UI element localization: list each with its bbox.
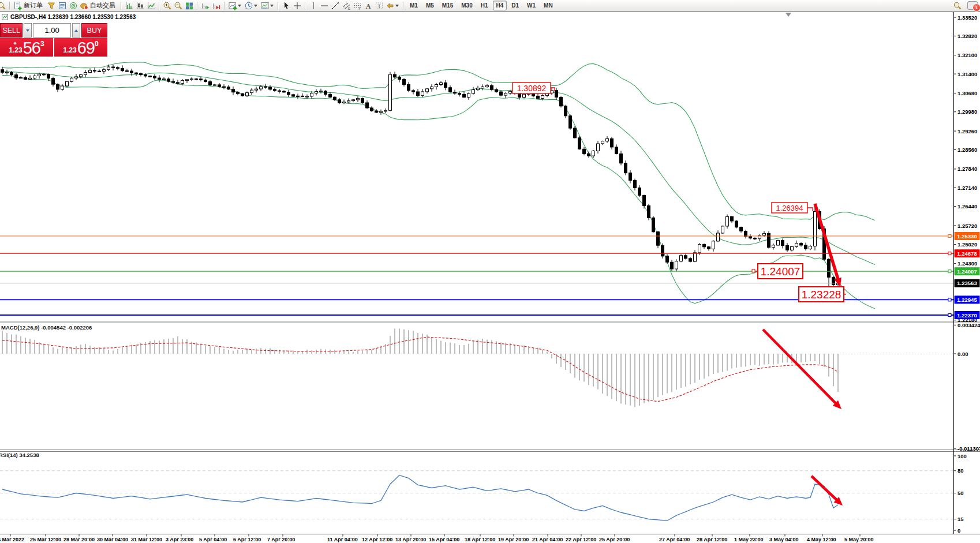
- vertical-line-tool-icon[interactable]: [308, 1, 319, 10]
- toolbar-right-icons: 1: [952, 1, 978, 10]
- svg-text:1.29260: 1.29260: [957, 128, 977, 134]
- svg-text:7 Apr 20:00: 7 Apr 20:00: [267, 537, 295, 542]
- timeframe-button-mn[interactable]: MN: [540, 1, 556, 10]
- trendline-tool-icon[interactable]: [330, 1, 341, 10]
- svg-text:1 May 23:00: 1 May 23:00: [734, 537, 764, 542]
- text-tool-icon[interactable]: A: [362, 1, 373, 10]
- toolbar-separator: [305, 2, 305, 10]
- toolbar-separator: [159, 2, 159, 10]
- svg-text:1.27140: 1.27140: [957, 185, 977, 191]
- toolbar-separator: [197, 2, 197, 10]
- svg-text:1.29980: 1.29980: [957, 108, 977, 115]
- svg-text:13 Apr 20:00: 13 Apr 20:00: [395, 537, 426, 542]
- chart-shift-icon[interactable]: [211, 1, 222, 10]
- svg-text:24 Mar 2022: 24 Mar 2022: [0, 537, 24, 542]
- buy-button[interactable]: BUY: [81, 23, 107, 38]
- svg-text:80: 80: [957, 467, 964, 474]
- price-axis[interactable]: 1.335201.328201.321001.314001.306801.299…: [953, 14, 980, 534]
- timeframe-button-m5[interactable]: M5: [422, 1, 437, 10]
- rsi-panel: [2, 475, 838, 521]
- svg-text:0.003424: 0.003424: [957, 322, 980, 328]
- funnel-icon[interactable]: [46, 1, 57, 10]
- chart-shift-marker[interactable]: [786, 13, 791, 17]
- shapes-dropdown-caret[interactable]: [395, 5, 399, 7]
- timeframe-button-m1[interactable]: M1: [406, 1, 421, 10]
- template-dropdown-caret[interactable]: [270, 5, 274, 7]
- svg-text:F: F: [358, 7, 361, 10]
- svg-text:0.00: 0.00: [957, 351, 968, 357]
- arrows-tool-icon[interactable]: [384, 1, 395, 10]
- tile-windows-icon[interactable]: [184, 1, 194, 10]
- bid-price-big: 56: [23, 40, 40, 56]
- bar-chart-icon[interactable]: [124, 1, 134, 10]
- svg-text:1.22945: 1.22945: [957, 297, 977, 303]
- price-annotations[interactable]: 1.308921.263941.240071.23228: [513, 83, 846, 302]
- line-chart-icon[interactable]: [145, 1, 156, 10]
- auto-trading-icon[interactable]: [78, 1, 89, 10]
- chart-canvas[interactable]: 1.335201.328201.321001.314001.306801.299…: [0, 0, 980, 543]
- channel-tool-icon[interactable]: E: [341, 1, 351, 10]
- market-watch-icon[interactable]: [57, 1, 68, 10]
- svg-text:27 Apr 04:00: 27 Apr 04:00: [659, 537, 690, 542]
- bid-price-display[interactable]: 1.23563: [0, 38, 53, 57]
- auto-scroll-icon[interactable]: [200, 1, 211, 10]
- chart-title: GBPUSD-,H4 1.23639 1.23660 1.23530 1.235…: [2, 14, 136, 20]
- auto-trading-label[interactable]: 自动交易: [90, 1, 115, 10]
- svg-text:31 Mar 12:00: 31 Mar 12:00: [131, 537, 162, 542]
- bid-price-prefix: 1.23: [9, 45, 22, 56]
- timeframe-button-h1[interactable]: H1: [477, 1, 492, 10]
- timeframe-button-h4[interactable]: H4: [493, 1, 507, 10]
- period-clock-icon[interactable]: [243, 1, 254, 10]
- new-order-icon[interactable]: [12, 1, 23, 10]
- search-icon[interactable]: [952, 1, 963, 10]
- chevron-down-icon: [26, 29, 29, 32]
- volume-increase-button[interactable]: [72, 23, 80, 38]
- svg-text:50: 50: [957, 490, 964, 496]
- svg-text:6 Apr 12:00: 6 Apr 12:00: [233, 537, 261, 542]
- svg-text:5 May 20:00: 5 May 20:00: [844, 537, 874, 542]
- zoom-in-icon[interactable]: [162, 1, 173, 10]
- new-order-label[interactable]: 新订单: [24, 1, 43, 10]
- svg-text:11 Apr 04:00: 11 Apr 04:00: [327, 537, 358, 542]
- timeframe-button-m15[interactable]: M15: [439, 1, 457, 10]
- svg-text:1.31400: 1.31400: [957, 71, 977, 77]
- trend-arrows[interactable]: [763, 204, 843, 505]
- toolbar-separator: [9, 2, 10, 10]
- svg-text:1.32820: 1.32820: [957, 33, 977, 39]
- svg-text:21 Apr 04:00: 21 Apr 04:00: [532, 537, 563, 542]
- toolbar-separator: [224, 2, 225, 10]
- timeframe-button-w1[interactable]: W1: [523, 1, 539, 10]
- signals-icon[interactable]: [68, 1, 78, 10]
- svg-text:1.24678: 1.24678: [957, 250, 977, 257]
- crosshair-icon[interactable]: [291, 1, 302, 10]
- chart-tab-icon: [2, 14, 8, 20]
- cursor-icon[interactable]: [280, 1, 291, 10]
- svg-text:1.22370: 1.22370: [957, 312, 977, 319]
- sell-button[interactable]: SELL: [0, 23, 23, 38]
- horizontal-line-tool-icon[interactable]: [319, 1, 330, 10]
- timeframe-button-d1[interactable]: D1: [508, 1, 522, 10]
- ask-price-display[interactable]: 1.23690: [54, 38, 107, 57]
- volume-decrease-button[interactable]: [24, 23, 32, 38]
- text-label-tool-icon[interactable]: T: [373, 1, 384, 10]
- indicator-dropdown-caret[interactable]: [238, 5, 241, 7]
- svg-text:12 Apr 12:00: 12 Apr 12:00: [362, 537, 392, 542]
- candlestick-chart-icon[interactable]: [134, 1, 145, 10]
- timeframe-button-m30[interactable]: M30: [458, 1, 476, 10]
- svg-text:3 May 04:00: 3 May 04:00: [769, 537, 799, 542]
- svg-text:1.26440: 1.26440: [957, 203, 977, 209]
- search-icon[interactable]: [0, 1, 7, 10]
- volume-input[interactable]: [33, 23, 71, 38]
- add-indicator-icon[interactable]: [227, 1, 238, 10]
- time-axis[interactable]: 24 Mar 202225 Mar 12:0028 Mar 20:0030 Ma…: [0, 534, 874, 543]
- one-click-trading-panel: SELL BUY 1.23563 1.23690: [0, 23, 107, 57]
- zoom-out-icon[interactable]: [173, 1, 184, 10]
- macd-indicator-label: MACD(12,26,9) -0.004542 -0.002206: [1, 324, 92, 331]
- template-icon[interactable]: [259, 1, 270, 10]
- notifications-icon[interactable]: 1: [967, 1, 978, 10]
- svg-text:1.24007: 1.24007: [957, 268, 977, 275]
- svg-text:28 Apr 12:00: 28 Apr 12:00: [697, 537, 727, 542]
- period-dropdown-caret[interactable]: [254, 5, 257, 7]
- fibonacci-tool-icon[interactable]: F: [351, 1, 362, 10]
- rsi-indicator-label: RSI(14) 34.2538: [0, 452, 39, 458]
